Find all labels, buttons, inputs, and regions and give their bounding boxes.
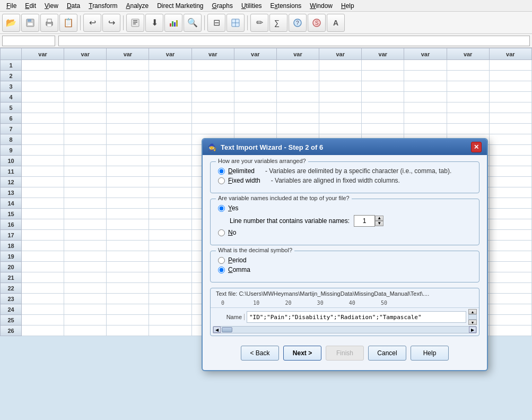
delimited-row: Delimited - Variables are delimited by a… (218, 167, 472, 175)
yes-label[interactable]: Yes (228, 204, 239, 212)
menu-bar: File Edit View Data Transform Analyze Di… (0, 0, 532, 12)
menu-direct-marketing[interactable]: Direct Marketing (153, 1, 207, 11)
cell-reference[interactable] (2, 36, 55, 46)
spreadsheet-container: var var var var var var var var var var … (0, 48, 532, 420)
line-number-row: Line number that contains variable names… (230, 215, 472, 227)
pivot-btn[interactable] (226, 14, 245, 32)
redo-btn[interactable]: ↪ (102, 14, 120, 32)
formula-input[interactable] (58, 36, 530, 46)
menu-help[interactable]: Help (337, 1, 359, 11)
menu-utilities[interactable]: Utilities (237, 1, 266, 11)
menu-extensions[interactable]: Extensions (266, 1, 306, 11)
delimited-radio[interactable] (218, 168, 225, 175)
undo-btn[interactable]: ↩ (83, 14, 101, 32)
dialog-title-bar: 🧙 Text Import Wizard - Step 2 of 6 ✕ (203, 139, 487, 155)
comma-label[interactable]: Comma (228, 266, 250, 273)
dialog-buttons: < Back Next > Finish Cancel Help (210, 341, 479, 364)
formula-bar (0, 34, 532, 48)
custom-btn[interactable]: ? (289, 14, 307, 32)
hscroll-right[interactable]: ▶ (469, 327, 476, 333)
yes-radio[interactable] (218, 205, 225, 212)
var-editor-btn[interactable]: ✏ (250, 14, 268, 32)
recall-btn[interactable]: 📋 (59, 14, 77, 32)
stats-btn[interactable]: ∑ (269, 14, 287, 32)
dialog-close-btn[interactable]: ✕ (471, 142, 482, 152)
text-file-section: Text file: C:\Users\MWHeymans\Martijn_Mi… (210, 288, 479, 336)
line-number-input[interactable] (354, 215, 375, 227)
menu-graphs[interactable]: Graphs (208, 1, 237, 11)
ruler-text: 0 10 20 30 40 50 (221, 300, 387, 306)
fixed-width-radio[interactable] (218, 177, 225, 184)
hscroll-thumb[interactable] (222, 327, 232, 332)
variable-names-label: Are variable names included at the top o… (216, 195, 352, 201)
svg-rect-2 (28, 23, 33, 25)
dialog-overlay: 🧙 Text Import Wizard - Step 2 of 6 ✕ How… (0, 48, 532, 420)
preview-data-text: "ID";"Pain";"Disability";"Radiation";"Ta… (249, 314, 422, 321)
line-number-spinner: ▲ ▼ (375, 216, 383, 226)
wizard-icon: 🧙 (208, 143, 216, 151)
spinner-down[interactable]: ▼ (375, 221, 383, 226)
period-label[interactable]: Period (228, 256, 247, 264)
menu-view[interactable]: View (40, 1, 63, 11)
svg-rect-13 (176, 20, 178, 27)
fixed-width-label[interactable]: Fixed width (228, 177, 260, 184)
yes-row: Yes (218, 204, 472, 212)
preview-data-area[interactable]: "ID";"Pain";"Disability";"Radiation";"Ta… (247, 311, 466, 323)
sep4 (247, 15, 248, 30)
next-button[interactable]: Next > (283, 346, 321, 361)
hscroll-left[interactable]: ◀ (213, 327, 221, 333)
menu-file[interactable]: File (2, 1, 21, 11)
back-button[interactable]: < Back (241, 346, 279, 361)
svg-rect-6 (132, 19, 139, 27)
delimited-label[interactable]: Delimited (228, 167, 255, 175)
text-file-path: Text file: C:\Users\MWHeymans\Martijn_Mi… (211, 288, 479, 298)
menu-edit[interactable]: Edit (21, 1, 40, 11)
menu-analyze[interactable]: Analyze (121, 1, 153, 11)
find-btn[interactable]: 🔍 (184, 14, 202, 32)
svg-text:S: S (315, 20, 319, 26)
preview-hscrollbar[interactable]: ◀ ▶ (213, 326, 477, 333)
menu-transform[interactable]: Transform (84, 1, 121, 11)
svg-text:∑: ∑ (274, 19, 280, 27)
ruler: 0 10 20 30 40 50 (211, 298, 479, 307)
variable-names-section: Are variable names included at the top o… (210, 199, 479, 245)
period-radio[interactable] (218, 257, 225, 264)
help-button[interactable]: Help (411, 346, 449, 361)
sep1 (80, 15, 81, 30)
cancel-button[interactable]: Cancel (368, 346, 406, 361)
preview-scrollbar-v: ▲ ▼ (468, 309, 477, 325)
sep2 (123, 15, 124, 30)
preview-row-label: Name (213, 314, 245, 320)
spinner-up[interactable]: ▲ (375, 216, 383, 221)
scroll-up[interactable]: ▲ (468, 309, 477, 314)
preview-data-row: Name "ID";"Pain";"Disability";"Radiation… (211, 307, 479, 326)
line-number-text: Line number that contains variable names… (230, 217, 350, 225)
toolbar: 📂 📋 ↩ ↪ ⬇ 🔍 ⊟ ✏ ∑ ? S A (0, 12, 532, 34)
svg-rect-10 (170, 23, 171, 27)
dialog-title: Text Import Wizard - Step 2 of 6 (221, 143, 323, 151)
comma-radio[interactable] (218, 267, 225, 273)
open-btn[interactable]: 📂 (2, 14, 20, 32)
dialog-content: How are your variables arranged? Delimit… (203, 155, 487, 370)
arrangement-section: How are your variables arranged? Delimit… (210, 161, 479, 193)
scroll-track (468, 314, 477, 320)
period-row: Period (218, 256, 472, 264)
no-row: No (218, 229, 472, 236)
finish-button[interactable]: Finish (326, 346, 364, 361)
menu-window[interactable]: Window (306, 1, 337, 11)
no-radio[interactable] (218, 229, 225, 236)
menu-data[interactable]: Data (63, 1, 84, 11)
svg-rect-5 (47, 24, 51, 27)
comma-row: Comma (218, 266, 472, 273)
import-btn[interactable]: ⬇ (145, 14, 163, 32)
print-btn[interactable] (40, 14, 58, 32)
scroll-down[interactable]: ▼ (468, 320, 477, 325)
save-btn[interactable] (21, 14, 39, 32)
chart-btn[interactable] (164, 14, 182, 32)
scripting-btn[interactable]: S (308, 14, 326, 32)
no-label[interactable]: No (228, 229, 236, 236)
text-btn[interactable]: A (327, 14, 345, 32)
goto-btn[interactable] (126, 14, 144, 32)
split-btn[interactable]: ⊟ (207, 14, 225, 32)
fixed-width-row: Fixed width - Variables are aligned in f… (218, 177, 472, 184)
